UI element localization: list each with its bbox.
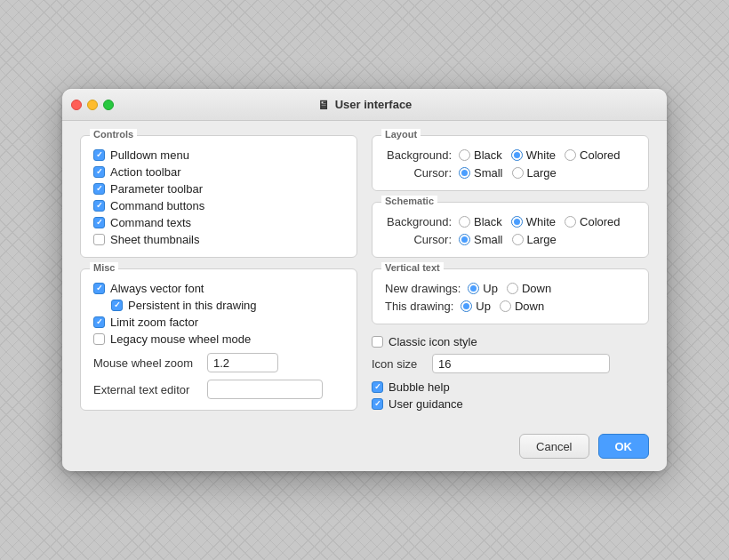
schematic-background-row: Background: Black White (385, 215, 636, 228)
sheet-thumbnails-checkbox[interactable] (93, 234, 105, 245)
user-guidance-label: User guidance (389, 397, 463, 411)
layout-background-label: Background: (385, 148, 452, 162)
persistent-checkbox[interactable] (111, 300, 123, 311)
traffic-lights (71, 100, 114, 110)
this-drawing-down-radio[interactable] (500, 300, 511, 312)
external-text-editor-row: External text editor (93, 380, 344, 399)
persistent-label: Persistent in this drawing (128, 299, 257, 312)
parameter-toolbar-checkbox[interactable] (93, 183, 105, 195)
schematic-bg-black: Black (459, 215, 502, 228)
layout-cursor-small-label: Small (474, 166, 503, 180)
bottom-bar: Cancel OK (62, 425, 667, 471)
layout-cursor-small-radio[interactable] (459, 167, 470, 179)
mouse-wheel-zoom-input[interactable] (207, 353, 278, 372)
schematic-cursor-large-radio[interactable] (512, 234, 524, 245)
classic-icon-style-label: Classic icon style (389, 335, 477, 348)
icon-size-row: Icon size (372, 354, 649, 373)
schematic-group-label: Schematic (381, 196, 437, 206)
icon-size-input[interactable] (432, 354, 610, 373)
this-drawing-down: Down (500, 300, 544, 313)
schematic-cursor-options: Small Large (459, 233, 557, 246)
schematic-cursor-small: Small (459, 233, 503, 246)
new-drawings-up-radio[interactable] (468, 283, 479, 294)
schematic-cursor-small-radio[interactable] (459, 234, 470, 245)
bubble-help-row: Bubble help (372, 380, 649, 394)
this-drawing-label: This drawing: (385, 300, 453, 313)
always-vector-font-checkbox[interactable] (93, 283, 105, 294)
checkbox-row-command-buttons: Command buttons (93, 199, 344, 212)
mouse-wheel-zoom-row: Mouse wheel zoom (93, 353, 344, 372)
classic-icon-style-row: Classic icon style (372, 335, 649, 348)
schematic-bg-colored-radio[interactable] (565, 216, 576, 228)
command-texts-checkbox[interactable] (93, 217, 105, 228)
command-buttons-label: Command buttons (110, 199, 204, 212)
limit-zoom-checkbox[interactable] (93, 316, 105, 328)
new-drawings-label: New drawings: (385, 282, 461, 295)
checkbox-row-command-texts: Command texts (93, 216, 344, 229)
this-drawing-row: This drawing: Up Down (385, 300, 636, 313)
always-vector-font-label: Always vector font (110, 282, 204, 295)
layout-bg-white: White (511, 148, 556, 162)
bottom-right-section: Classic icon style Icon size Bubble help… (372, 335, 649, 411)
checkbox-row-persistent: Persistent in this drawing (111, 299, 344, 312)
schematic-cursor-large-label: Large (527, 233, 557, 246)
schematic-group: Schematic Background: Black White (372, 202, 649, 258)
new-drawings-down-radio[interactable] (507, 283, 518, 294)
layout-group: Layout Background: Black White (372, 135, 649, 191)
bubble-help-checkbox[interactable] (372, 381, 383, 393)
main-window: 🖥 User interface Controls Pulldown menu … (62, 89, 667, 471)
new-drawings-up: Up (468, 282, 498, 295)
new-drawings-down: Down (507, 282, 551, 295)
controls-group: Controls Pulldown menu Action toolbar Pa… (80, 135, 357, 258)
layout-cursor-small: Small (459, 166, 503, 180)
window-icon: 🖥 (317, 98, 330, 112)
schematic-bg-black-radio[interactable] (459, 216, 470, 228)
schematic-background-options: Black White Colored (459, 215, 621, 228)
user-guidance-checkbox[interactable] (372, 398, 383, 410)
layout-bg-colored-radio[interactable] (565, 149, 576, 161)
vertical-text-group: Vertical text New drawings: Up Down (372, 268, 649, 324)
action-toolbar-checkbox[interactable] (93, 166, 105, 178)
legacy-mouse-label: Legacy mouse wheel mode (110, 332, 251, 346)
layout-bg-white-label: White (526, 148, 556, 162)
checkbox-row-parameter-toolbar: Parameter toolbar (93, 182, 344, 196)
sheet-thumbnails-label: Sheet thumbnails (110, 233, 199, 246)
minimize-button[interactable] (87, 100, 98, 110)
checkbox-row-action-toolbar: Action toolbar (93, 165, 344, 179)
this-drawing-up-label: Up (476, 300, 491, 313)
bubble-help-label: Bubble help (389, 380, 450, 394)
this-drawing-down-label: Down (515, 300, 544, 313)
close-button[interactable] (71, 100, 82, 110)
ok-button[interactable]: OK (598, 434, 650, 459)
classic-icon-style-checkbox[interactable] (372, 336, 383, 348)
maximize-button[interactable] (103, 100, 114, 110)
layout-bg-black-label: Black (474, 148, 502, 162)
layout-bg-black-radio[interactable] (459, 149, 470, 161)
schematic-bg-colored-label: Colored (580, 215, 621, 228)
checkbox-row-sheet-thumbnails: Sheet thumbnails (93, 233, 344, 246)
schematic-bg-white-label: White (526, 215, 556, 228)
limit-zoom-label: Limit zoom factor (110, 316, 198, 329)
layout-cursor-row: Cursor: Small Large (385, 166, 636, 180)
legacy-mouse-checkbox[interactable] (93, 333, 105, 345)
schematic-cursor-row: Cursor: Small Large (385, 233, 636, 246)
layout-cursor-large-radio[interactable] (512, 167, 524, 179)
misc-group: Misc Always vector font Persistent in th… (80, 268, 357, 411)
schematic-cursor-label: Cursor: (385, 233, 452, 246)
layout-cursor-large-label: Large (527, 166, 557, 180)
this-drawing-up-radio[interactable] (461, 300, 472, 312)
layout-bg-black: Black (459, 148, 502, 162)
layout-bg-colored: Colored (565, 148, 621, 162)
schematic-bg-white-radio[interactable] (511, 216, 523, 228)
schematic-cursor-large: Large (512, 233, 557, 246)
cancel-button[interactable]: Cancel (519, 434, 589, 459)
layout-bg-white-radio[interactable] (511, 149, 523, 161)
external-text-editor-label: External text editor (93, 383, 200, 396)
schematic-background-label: Background: (385, 215, 452, 228)
external-text-editor-input[interactable] (207, 380, 323, 399)
layout-cursor-options: Small Large (459, 166, 557, 180)
action-toolbar-label: Action toolbar (110, 165, 181, 179)
command-buttons-checkbox[interactable] (93, 200, 105, 212)
layout-bg-colored-label: Colored (580, 148, 621, 162)
pulldown-menu-checkbox[interactable] (93, 149, 105, 161)
